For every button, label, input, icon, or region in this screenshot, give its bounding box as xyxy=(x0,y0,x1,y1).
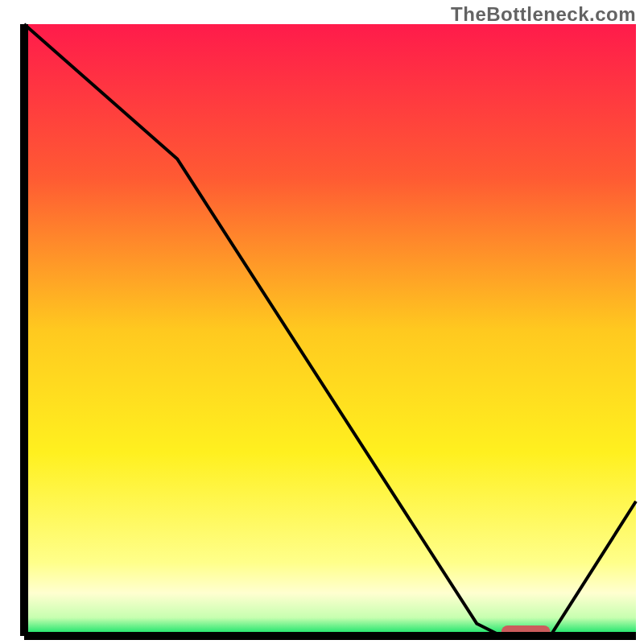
chart-frame: TheBottleneck.com xyxy=(0,0,644,644)
bottleneck-chart xyxy=(0,0,644,644)
gradient-background xyxy=(24,24,636,636)
